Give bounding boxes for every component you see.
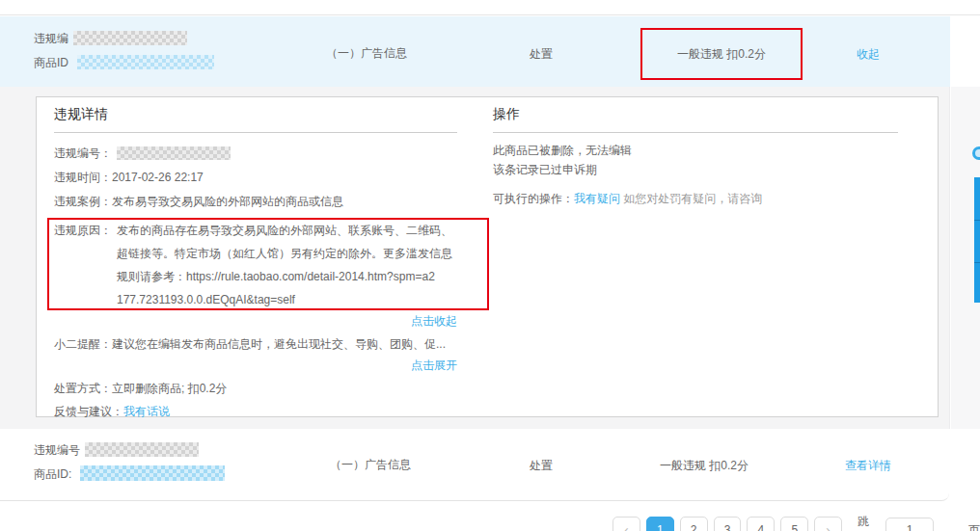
detail-left-divider [54, 132, 457, 133]
pagination: ‹ 1 2 3 4 5 › 跳至 页 [612, 514, 980, 531]
violation-number-row-label: 违规编号： [54, 146, 112, 160]
penalty-text: 一般违规 扣0.2分 [677, 46, 766, 63]
reminder-expand-row: 点击展开 [54, 357, 457, 374]
product-id-line: 商品ID [34, 51, 214, 75]
violation-number-line: 违规编 [34, 27, 214, 51]
record2-product-id-censored-link[interactable] [80, 465, 225, 481]
detail-right-divider [493, 132, 898, 133]
actions-hint-text: 如您对处罚有疑问，请咨询 [623, 192, 762, 205]
page-button-1[interactable]: 1 [646, 517, 674, 531]
record2-product-id-label: 商品ID: [34, 467, 71, 481]
available-actions-row: 可执行的操作：我有疑问 如您对处罚有疑问，请咨询 [493, 190, 762, 207]
view-detail-link[interactable]: 查看详情 [845, 458, 891, 474]
collapse-record-link[interactable]: 收起 [857, 46, 880, 63]
detail-left-title: 违规详情 [54, 106, 108, 123]
record2-violation-number-label: 违规编号 [34, 443, 80, 457]
expanded-record-header-row: 违规编 商品ID （一）广告信息 处置 一般违规 扣0.2分 收起 [0, 16, 950, 87]
available-actions-label: 可执行的操作： [493, 192, 574, 205]
record2-product-id-line: 商品ID: [34, 463, 225, 487]
i-have-question-link[interactable]: 我有疑问 [574, 192, 620, 205]
violation-number-label: 违规编 [34, 32, 68, 45]
prev-page-button[interactable]: ‹ [612, 517, 640, 531]
violation-case-label: 违规案例： [54, 195, 112, 208]
reason-line-3: 规则请参考：https://rule.taobao.com/detail-201… [117, 265, 452, 288]
reason-collapse-row: 点击收起 [54, 312, 457, 330]
violation-detail-panel: 违规详情 违规编号： 违规时间：2017-02-26 22:17 违规案例：发布… [36, 96, 939, 417]
violation-number-row-censored [117, 146, 231, 160]
record2-violation-number-censored [85, 442, 199, 457]
reason-line-2: 超链接等。特定市场（如红人馆）另有约定的除外。更多滥发信息 [117, 242, 452, 265]
jump-page-input[interactable] [885, 518, 934, 531]
floating-toolbar[interactable] [974, 177, 980, 303]
violation-number-row: 违规编号： [54, 145, 231, 162]
feedback-row: 反馈与建议：我有话说 [54, 403, 170, 420]
record2-id-block: 违规编号 商品ID: [34, 438, 225, 487]
toolbar-divider [974, 262, 980, 263]
next-page-button[interactable]: › [814, 517, 842, 531]
penalty-annotation-red-box: 一般违规 扣0.2分 [640, 28, 803, 80]
reason-line-1: 发布的商品存在易导致交易风险的外部网站、联系账号、二维码、 [117, 219, 452, 242]
item-deleted-status: 此商品已被删除，无法编辑 [493, 142, 632, 159]
violation-case-row: 违规案例：发布易导致交易风险的外部网站的商品或信息 [54, 193, 343, 210]
collapsed-record-row: 违规编号 商品ID: （一）广告信息 处置 一般违规 扣0.2分 查看详情 [0, 429, 949, 501]
reason-collapse-link[interactable]: 点击收起 [411, 314, 457, 328]
record2-violation-category: （一）广告信息 [330, 457, 411, 473]
top-strip [0, 0, 980, 15]
record2-penalty-text: 一般违规 扣0.2分 [660, 458, 749, 474]
staff-reminder-value: 建议您在编辑发布商品信息时，避免出现社交、导购、团购、促... [112, 337, 446, 351]
staff-reminder-label: 小二提醒： [54, 337, 112, 351]
violation-time-value: 2017-02-26 22:17 [112, 171, 204, 184]
page-button-4[interactable]: 4 [747, 517, 775, 531]
record-id-block: 违规编 商品ID [34, 27, 214, 75]
violation-case-value: 发布易导致交易风险的外部网站的商品或信息 [112, 195, 343, 208]
product-id-censored [77, 55, 214, 69]
page-button-3[interactable]: 3 [714, 517, 742, 531]
disposal-method-value: 立即删除商品; 扣0.2分 [112, 382, 227, 395]
jump-to-label: 跳至 [858, 514, 880, 531]
record2-violation-number-line: 违规编号 [34, 438, 225, 463]
disposal-column-label: 处置 [530, 46, 553, 63]
feedback-label: 反馈与建议： [54, 405, 123, 418]
page-unit-label: 页 [968, 522, 980, 531]
page-button-2[interactable]: 2 [680, 517, 708, 531]
staff-reminder-row: 小二提醒：建议您在编辑发布商品信息时，避免出现社交、导购、团购、促... [54, 335, 446, 353]
violation-records-page: 违规编 商品ID （一）广告信息 处置 一般违规 扣0.2分 收起 违规详情 违… [0, 0, 980, 531]
violation-number-censored [73, 31, 187, 45]
reminder-expand-link[interactable]: 点击展开 [411, 358, 457, 372]
violation-time-label: 违规时间： [54, 171, 112, 184]
toolbar-divider [974, 220, 980, 221]
reason-line-4: 177.7231193.0.0.dEQqAI&tag=self [117, 288, 452, 311]
disposal-method-label: 处置方式： [54, 382, 112, 395]
record2-disposal-column-label: 处置 [530, 458, 553, 474]
product-id-label: 商品ID [34, 56, 68, 69]
floating-helper-icon[interactable] [972, 146, 980, 160]
feedback-link[interactable]: 我有话说 [123, 405, 170, 418]
detail-right-title: 操作 [493, 106, 520, 123]
disposal-method-row: 处置方式：立即删除商品; 扣0.2分 [54, 380, 227, 397]
violation-reason-text: 发布的商品存在易导致交易风险的外部网站、联系账号、二维码、 超链接等。特定市场（… [117, 219, 452, 311]
page-button-5[interactable]: 5 [780, 517, 808, 531]
appeal-expired-status: 该条记录已过申诉期 [493, 161, 597, 178]
violation-reason-label: 违规原因： [54, 222, 112, 239]
violation-time-row: 违规时间：2017-02-26 22:17 [54, 169, 204, 186]
violation-category: （一）广告信息 [326, 45, 407, 62]
